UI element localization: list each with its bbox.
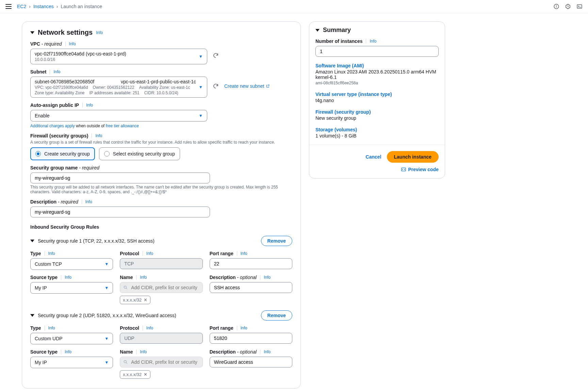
summary-type-text: t4g.nano [315, 98, 439, 103]
close-icon[interactable]: ✕ [144, 372, 147, 377]
info-link[interactable]: Info [69, 42, 76, 46]
refresh-icon[interactable] [213, 83, 219, 89]
breadcrumb-ec2[interactable]: EC2 [17, 4, 26, 9]
search-icon [123, 360, 128, 364]
info-link[interactable]: Info [370, 39, 376, 44]
rule2-source-select[interactable]: My IP▼ [30, 357, 113, 368]
info-icon[interactable] [553, 3, 559, 10]
subnet-select[interactable]: subnet-06708985e3206850f vpc-us-east-1-p… [30, 77, 207, 98]
svg-rect-4 [577, 5, 582, 9]
vpc-select[interactable]: vpc-02f71590ffce04a6d (vpc-us-east-1-prd… [30, 49, 207, 64]
summary-type-link[interactable]: Virtual server type (instance type) [315, 92, 439, 97]
network-settings-panel: Network settings Info VPC - required Inf… [22, 21, 301, 389]
info-link[interactable]: Info [140, 275, 147, 280]
close-icon[interactable]: ✕ [144, 297, 147, 303]
menu-icon[interactable] [5, 4, 12, 9]
breadcrumb-instances[interactable]: Instances [33, 4, 54, 9]
info-link[interactable]: Info [264, 349, 271, 354]
summary-fw-link[interactable]: Firewall (security group) [315, 109, 439, 115]
info-link[interactable]: Info [96, 30, 103, 35]
rule2-remove-button[interactable]: Remove [261, 310, 292, 321]
rule2-cidr-chip[interactable]: x.x.x.x/32✕ [120, 370, 150, 379]
autoip-label: Auto-assign public IP [30, 102, 79, 108]
info-link[interactable]: Info [65, 275, 71, 280]
svg-line-7 [126, 288, 127, 289]
chevron-down-icon: ▼ [104, 336, 109, 341]
chevron-right-icon: › [29, 4, 31, 9]
cloudshell-icon[interactable] [576, 3, 583, 10]
refresh-icon[interactable] [213, 52, 219, 59]
summary-panel: Summary Number of instances Info Softwar… [309, 21, 445, 179]
rule1-remove-button[interactable]: Remove [261, 236, 292, 246]
info-link[interactable]: Info [146, 251, 153, 256]
sgname-input[interactable] [30, 173, 210, 183]
chevron-down-icon: ▼ [104, 262, 109, 266]
summary-ami-id: ami-08cf815cff6ee258a [315, 81, 439, 85]
summary-storage-text: 1 volume(s) - 8 GiB [315, 133, 439, 138]
rule1-desc-input[interactable] [210, 282, 292, 293]
info-link[interactable]: Info [241, 326, 247, 330]
sgname-help: This security group will be added to all… [30, 185, 292, 194]
radio-select-sg[interactable]: Select existing security group [99, 147, 180, 160]
info-link[interactable]: Info [65, 349, 71, 354]
svg-point-8 [124, 360, 127, 363]
clock-icon[interactable] [565, 3, 571, 10]
code-icon [401, 167, 406, 172]
rule1-port-input[interactable] [210, 258, 292, 269]
vpc-cidr: 10.0.0.0/16 [35, 57, 126, 62]
chevron-down-icon: ▼ [199, 85, 203, 89]
autoip-value: Enable [35, 113, 50, 118]
caret-down-icon[interactable] [30, 31, 34, 34]
create-subnet-link[interactable]: Create new subnet [224, 83, 270, 89]
rule2-desc-input[interactable] [210, 357, 292, 368]
sgdesc-label: Description - required [30, 199, 78, 205]
subnet-id: subnet-06708985e3206850f [35, 79, 94, 84]
caret-down-icon[interactable] [30, 314, 34, 317]
caret-down-icon[interactable] [30, 240, 34, 242]
info-link[interactable]: Info [95, 133, 102, 138]
chevron-down-icon: ▼ [104, 285, 109, 290]
breadcrumb: EC2 › Instances › Launch an instance [17, 4, 102, 9]
info-link[interactable]: Info [48, 326, 55, 330]
info-link[interactable]: Info [86, 103, 93, 108]
rule1-cidr-chip[interactable]: x.x.x.x/32✕ [120, 296, 150, 304]
chevron-down-icon: ▼ [199, 54, 203, 59]
summary-storage-link[interactable]: Storage (volumes) [315, 127, 439, 132]
summary-fw-text: New security group [315, 115, 439, 121]
autoip-select[interactable]: Enable ▼ [30, 110, 207, 121]
launch-instance-button[interactable]: Launch instance [387, 151, 439, 163]
chevron-right-icon: › [56, 4, 58, 9]
rule2-port-input[interactable] [210, 333, 292, 344]
vpc-value: vpc-02f71590ffce04a6d (vpc-us-east-1-prd… [35, 51, 126, 56]
svg-line-9 [126, 363, 127, 364]
info-link[interactable]: Info [146, 326, 153, 330]
info-link[interactable]: Info [53, 69, 60, 74]
sgdesc-input[interactable] [30, 207, 210, 217]
num-instances-input[interactable] [315, 46, 439, 57]
radio-create-sg[interactable]: Create security group [30, 147, 95, 160]
caret-down-icon[interactable] [315, 29, 320, 32]
cancel-button[interactable]: Cancel [366, 154, 381, 160]
summary-ami-link[interactable]: Software Image (AMI) [315, 63, 439, 68]
info-link[interactable]: Info [48, 251, 55, 256]
sgname-label: Security group name - required [30, 165, 99, 170]
svg-point-2 [556, 5, 557, 6]
svg-point-6 [124, 286, 127, 288]
rule1-protocol-input [120, 258, 202, 269]
info-link[interactable]: Info [85, 199, 92, 204]
summary-ami-text: Amazon Linux 2023 AMI 2023.6.20250115.0 … [315, 69, 439, 80]
rule1-source-select[interactable]: My IP▼ [30, 282, 113, 294]
info-link[interactable]: Info [140, 349, 147, 354]
info-link[interactable]: Info [241, 251, 247, 256]
rule2-protocol-input [120, 333, 202, 344]
breadcrumb-current: Launch an instance [61, 4, 102, 9]
rule1-type-select[interactable]: Custom TCP▼ [30, 258, 113, 270]
rule2-type-select[interactable]: Custom UDP▼ [30, 333, 113, 344]
search-icon [123, 285, 128, 290]
section-title: Network settings [38, 29, 93, 36]
preview-code-link[interactable]: Preview code [401, 167, 439, 172]
autoip-notice: Additional charges apply when outside of… [30, 124, 292, 128]
subnet-label: Subnet [30, 69, 46, 75]
firewall-help: A security group is a set of firewall ru… [30, 140, 292, 145]
info-link[interactable]: Info [264, 275, 271, 280]
